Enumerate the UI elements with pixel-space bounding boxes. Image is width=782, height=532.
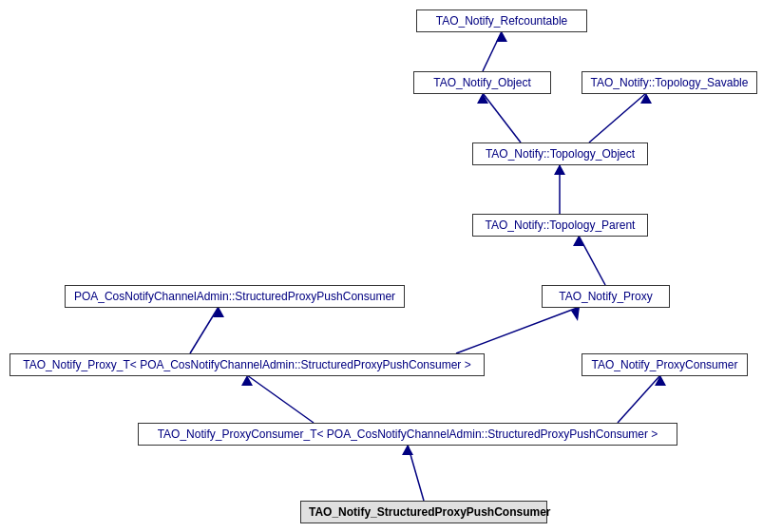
diagram-container: TAO_Notify_Refcountable TAO_Notify_Objec… [0, 0, 782, 532]
svg-marker-1 [496, 31, 507, 42]
node-topology-savable[interactable]: TAO_Notify::Topology_Savable [582, 71, 757, 94]
svg-line-12 [456, 307, 580, 353]
node-object[interactable]: TAO_Notify_Object [413, 71, 551, 94]
svg-marker-3 [477, 93, 488, 104]
node-proxy-consumer-t[interactable]: TAO_Notify_ProxyConsumer_T< POA_CosNotif… [138, 423, 677, 446]
svg-marker-19 [402, 445, 413, 455]
node-refcountable[interactable]: TAO_Notify_Refcountable [416, 10, 587, 32]
svg-line-0 [483, 31, 502, 71]
node-proxy-t[interactable]: TAO_Notify_Proxy_T< POA_CosNotifyChannel… [10, 353, 485, 376]
svg-line-10 [190, 307, 219, 353]
svg-marker-17 [655, 375, 666, 386]
node-structured-proxy[interactable]: TAO_Notify_StructuredProxyPushConsumer [300, 501, 547, 523]
svg-marker-9 [573, 236, 584, 246]
svg-marker-13 [571, 307, 580, 321]
node-proxy-consumer[interactable]: TAO_Notify_ProxyConsumer [582, 353, 748, 376]
svg-marker-11 [213, 307, 224, 317]
svg-marker-15 [241, 375, 253, 386]
svg-line-14 [247, 375, 314, 423]
node-proxy[interactable]: TAO_Notify_Proxy [542, 285, 670, 308]
node-poa-structured[interactable]: POA_CosNotifyChannelAdmin::StructuredPro… [65, 285, 405, 308]
svg-line-16 [618, 375, 660, 423]
node-topology-object[interactable]: TAO_Notify::Topology_Object [472, 142, 648, 165]
node-topology-parent[interactable]: TAO_Notify::Topology_Parent [472, 214, 648, 237]
svg-line-18 [408, 445, 424, 501]
svg-line-4 [589, 93, 646, 142]
svg-line-2 [483, 93, 521, 142]
svg-marker-7 [554, 164, 565, 175]
svg-marker-5 [640, 93, 652, 104]
svg-line-8 [579, 236, 605, 285]
